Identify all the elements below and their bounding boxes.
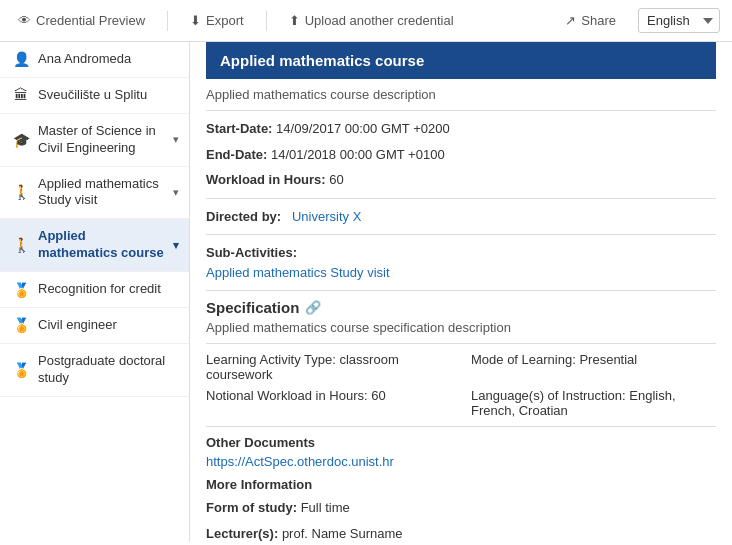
divider-4 <box>206 290 716 291</box>
divider-1 <box>206 110 716 111</box>
form-of-study-row: Form of study: Full time <box>206 498 716 518</box>
notional-workload-label: Notional Workload in Hours: <box>206 388 368 403</box>
link-icon: 🔗 <box>305 300 321 315</box>
credential-preview-label: Credential Preview <box>36 13 145 28</box>
sub-activities-label: Sub-Activities: <box>206 245 297 260</box>
notional-workload-value: 60 <box>371 388 385 403</box>
sidebar-item-ana[interactable]: 👤 Ana Andromeda <box>0 42 189 78</box>
course-header: Applied mathematics course <box>206 42 716 79</box>
start-date-row: Start-Date: 14/09/2017 00:00 GMT +0200 <box>206 119 716 139</box>
form-of-study-label: Form of study: <box>206 500 297 515</box>
university-link[interactable]: University X <box>292 209 361 224</box>
share-label: Share <box>581 13 616 28</box>
specification-title: Specification <box>206 299 299 316</box>
mode-of-learning-col: Mode of Learning: Presential <box>471 352 716 382</box>
content-area: Applied mathematics course Applied mathe… <box>190 42 732 542</box>
toolbar-divider-1 <box>167 11 168 31</box>
share-button[interactable]: ↗ Share <box>559 9 622 32</box>
badge-icon: 🏅 <box>12 362 30 378</box>
notional-workload-col: Notional Workload in Hours: 60 <box>206 388 451 418</box>
learning-activity-row: Learning Activity Type: classroom course… <box>206 352 716 382</box>
toolbar: 👁 Credential Preview ⬇ Export ⬆ Upload a… <box>0 0 732 42</box>
sidebar-item-label: Master of Science in Civil Engineering <box>38 123 165 157</box>
divider-3 <box>206 234 716 235</box>
graduation-icon: 🎓 <box>12 132 30 148</box>
sidebar-item-civil[interactable]: 🏅 Civil engineer <box>0 308 189 344</box>
other-documents-title: Other Documents <box>206 435 716 450</box>
walking-icon: 🚶 <box>12 237 30 253</box>
walking-icon: 🚶 <box>12 184 30 200</box>
end-date-label: End-Date: <box>206 147 267 162</box>
more-information-title: More Information <box>206 477 716 492</box>
course-description: Applied mathematics course description <box>206 87 716 102</box>
sidebar-item-label: Applied mathematics Study visit <box>38 176 165 210</box>
start-date-value: 14/09/2017 00:00 GMT +0200 <box>276 121 450 136</box>
sidebar-item-doctoral[interactable]: 🏅 Postgraduate doctoral study <box>0 344 189 397</box>
sidebar-item-recognition[interactable]: 🏅 Recognition for credit <box>0 272 189 308</box>
toolbar-divider-2 <box>266 11 267 31</box>
start-date-label: Start-Date: <box>206 121 272 136</box>
chevron-down-icon: ▾ <box>173 133 179 146</box>
learning-activity-label: Learning Activity Type: <box>206 352 336 367</box>
sidebar-item-study-visit[interactable]: 🚶 Applied mathematics Study visit ▾ <box>0 167 189 220</box>
mode-of-learning-label: Mode of Learning: <box>471 352 576 367</box>
badge-icon: 🏅 <box>12 317 30 333</box>
directed-by-row: Directed by: University X <box>206 207 716 227</box>
other-documents-section: Other Documents https://ActSpec.otherdoc… <box>206 435 716 469</box>
lecturers-row: Lecturer(s): prof. Name Surname prof. Fi… <box>206 524 716 543</box>
sidebar-item-course[interactable]: 🚶 Applied mathematics course ▾ <box>0 219 189 272</box>
chevron-down-icon: ▾ <box>173 239 179 252</box>
sidebar: 👤 Ana Andromeda 🏛 Sveučilište u Splitu 🎓… <box>0 42 190 542</box>
divider-5 <box>206 343 716 344</box>
sidebar-item-sveuciliste[interactable]: 🏛 Sveučilište u Splitu <box>0 78 189 114</box>
more-information-section: More Information Form of study: Full tim… <box>206 477 716 542</box>
upload-label: Upload another credential <box>305 13 454 28</box>
learning-activity-col: Learning Activity Type: classroom course… <box>206 352 451 382</box>
workload-value: 60 <box>329 172 343 187</box>
badge-icon: 🏅 <box>12 282 30 298</box>
course-title: Applied mathematics course <box>220 52 424 69</box>
lecturers-label: Lecturer(s): <box>206 526 278 541</box>
credential-preview-button[interactable]: 👁 Credential Preview <box>12 9 151 32</box>
sidebar-item-label: Postgraduate doctoral study <box>38 353 179 387</box>
workload-label: Workload in Hours: <box>206 172 326 187</box>
workload-languages-row: Notional Workload in Hours: 60 Language(… <box>206 388 716 418</box>
directed-by-label: Directed by: <box>206 209 281 224</box>
divider-6 <box>206 426 716 427</box>
sidebar-item-label: Recognition for credit <box>38 281 179 298</box>
sidebar-item-label: Ana Andromeda <box>38 51 179 68</box>
sidebar-item-label: Civil engineer <box>38 317 179 334</box>
languages-col: Language(s) of Instruction: English, Fre… <box>471 388 716 418</box>
specification-description: Applied mathematics course specification… <box>206 320 716 335</box>
other-documents-link[interactable]: https://ActSpec.otherdoc.unist.hr <box>206 454 394 469</box>
sub-activities-row: Sub-Activities: Applied mathematics Stud… <box>206 243 716 282</box>
sidebar-item-label: Sveučilište u Splitu <box>38 87 179 104</box>
language-select[interactable]: English French Croatian <box>638 8 720 33</box>
upload-button[interactable]: ⬆ Upload another credential <box>283 9 460 32</box>
chevron-down-icon: ▾ <box>173 186 179 199</box>
languages-label: Language(s) of Instruction: <box>471 388 626 403</box>
export-button[interactable]: ⬇ Export <box>184 9 250 32</box>
divider-2 <box>206 198 716 199</box>
sub-activities-link[interactable]: Applied mathematics Study visit <box>206 265 390 280</box>
upload-icon: ⬆ <box>289 13 300 28</box>
end-date-row: End-Date: 14/01/2018 00:00 GMT +0100 <box>206 145 716 165</box>
specification-heading: Specification 🔗 <box>206 299 716 316</box>
form-of-study-value: Full time <box>301 500 350 515</box>
sidebar-item-label: Applied mathematics course <box>38 228 165 262</box>
share-icon: ↗ <box>565 13 576 28</box>
person-icon: 👤 <box>12 51 30 67</box>
export-icon: ⬇ <box>190 13 201 28</box>
institution-icon: 🏛 <box>12 87 30 103</box>
end-date-value: 14/01/2018 00:00 GMT +0100 <box>271 147 445 162</box>
eye-icon: 👁 <box>18 13 31 28</box>
workload-row: Workload in Hours: 60 <box>206 170 716 190</box>
main-layout: 👤 Ana Andromeda 🏛 Sveučilište u Splitu 🎓… <box>0 42 732 542</box>
sidebar-item-master[interactable]: 🎓 Master of Science in Civil Engineering… <box>0 114 189 167</box>
mode-of-learning-value: Presential <box>579 352 637 367</box>
export-label: Export <box>206 13 244 28</box>
